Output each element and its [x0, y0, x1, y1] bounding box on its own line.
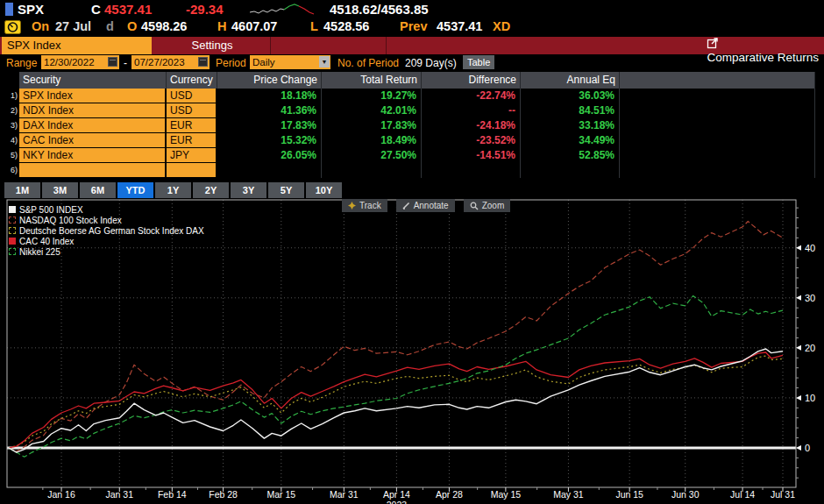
- security-cell[interactable]: SPX Index: [19, 89, 167, 103]
- security-cell[interactable]: CAC Index: [19, 133, 167, 148]
- period-select[interactable]: Daily ▼: [250, 55, 330, 69]
- chart-toolbar: Track Annotate Zoom: [342, 199, 510, 212]
- last-price: 4537.41: [104, 2, 152, 17]
- currency-cell[interactable]: EUR: [167, 133, 217, 148]
- security-cell[interactable]: NDX Index: [19, 103, 167, 118]
- row-filler: [620, 148, 815, 163]
- quote-row-1: SPX C 4537.41 -29.34 4518.62/4563.85: [0, 2, 824, 18]
- session-flag: d: [106, 19, 114, 33]
- x-tick-label: Jun 15: [615, 489, 643, 500]
- range-end-input[interactable]: 07/27/2023: [131, 55, 210, 69]
- y-tick-label: 40: [805, 243, 815, 253]
- low-label: L: [310, 19, 318, 33]
- legend-swatch: [9, 238, 16, 245]
- difference-cell: -23.52%: [422, 133, 521, 148]
- currency-cell[interactable]: JPY: [167, 148, 217, 163]
- difference-cell: [422, 163, 521, 178]
- export-icon[interactable]: [707, 37, 719, 49]
- legend-item[interactable]: CAC 40 Index: [9, 236, 204, 246]
- range-separator: -: [124, 56, 127, 70]
- banner-divider: [270, 37, 271, 54]
- currency-cell[interactable]: USD: [167, 103, 217, 118]
- intraday-sparkline: [248, 3, 316, 18]
- legend-swatch: [9, 227, 16, 234]
- function-title-area: Comparative Returns: [707, 37, 819, 67]
- annotate-button[interactable]: Annotate: [396, 199, 455, 212]
- bid-ask: 4518.62/4563.85: [330, 2, 429, 17]
- legend-item[interactable]: NASDAQ 100 Stock Index: [9, 215, 204, 225]
- period-tab-6m[interactable]: 6M: [80, 182, 116, 198]
- table-header-corner: [0, 72, 19, 89]
- x-tick-label: Mar 15: [266, 489, 295, 500]
- zoom-magnifier-icon: [470, 202, 479, 210]
- legend-label: CAC 40 Index: [19, 237, 74, 246]
- total-return-cell: 19.27%: [322, 89, 422, 103]
- y-tick-label: 20: [805, 343, 815, 353]
- y-tick-label: 30: [805, 293, 815, 303]
- x-tick-label: Mar 31: [330, 489, 359, 500]
- chart-legend: S&P 500 INDEXNASDAQ 100 Stock IndexDeuts…: [9, 204, 204, 257]
- chevron-down-icon[interactable]: ▼: [319, 56, 330, 67]
- legend-swatch: [9, 248, 16, 255]
- period-tab-3m[interactable]: 3M: [42, 182, 78, 198]
- price-change-cell: 26.05%: [217, 148, 322, 163]
- ticker-symbol: SPX: [18, 2, 44, 17]
- total-return-cell: 17.83%: [322, 118, 422, 133]
- x-tick-label: Apr 28: [436, 489, 463, 500]
- security-cell[interactable]: DAX Index: [19, 118, 167, 133]
- row-number: 1): [0, 89, 19, 103]
- total-return-cell: 27.50%: [322, 148, 422, 163]
- row-filler: [620, 118, 815, 133]
- range-label: Range: [6, 56, 37, 70]
- prev-price: 4537.41: [437, 19, 482, 33]
- period-tab-3y[interactable]: 3Y: [231, 182, 266, 198]
- period-tab-1y[interactable]: 1Y: [155, 182, 191, 198]
- legend-item[interactable]: Nikkei 225: [9, 246, 204, 257]
- settings-tab[interactable]: Settings: [154, 37, 270, 54]
- series-s-p-500-index: [9, 349, 783, 452]
- column-header: Currency: [167, 72, 217, 89]
- total-return-cell: 18.49%: [322, 133, 422, 148]
- row-number: 2): [0, 103, 19, 118]
- currency-cell[interactable]: USD: [167, 89, 217, 103]
- function-title: Comparative Returns: [707, 51, 819, 64]
- period-tab-1m[interactable]: 1M: [4, 182, 40, 198]
- security-cell[interactable]: [19, 163, 167, 178]
- period-tab-ytd[interactable]: YTD: [117, 182, 153, 198]
- period-tab-10y[interactable]: 10Y: [306, 182, 342, 198]
- period-tab-5y[interactable]: 5Y: [268, 182, 304, 198]
- session-date: 27 Jul: [55, 19, 91, 33]
- price-change-cell: 41.36%: [217, 103, 322, 118]
- x-tick-label: Feb 28: [209, 489, 238, 500]
- track-button[interactable]: Track: [342, 199, 387, 212]
- period-tab-bar: 1M3M6MYTD1Y2Y3Y5Y10Y: [4, 182, 342, 198]
- num-period-value: 209 Day(s): [405, 56, 457, 70]
- currency-cell[interactable]: [167, 163, 217, 178]
- table-view-button[interactable]: Table: [463, 55, 494, 69]
- x-tick-label: Jan 16: [47, 489, 75, 500]
- annual-eq-cell: [521, 163, 620, 178]
- range-start-value: 12/30/2022: [44, 57, 95, 67]
- calendar-icon[interactable]: [198, 57, 208, 67]
- range-start-input[interactable]: 12/30/2022: [41, 55, 119, 69]
- x-tick-label: Apr 14: [383, 489, 410, 500]
- range-end-value: 07/27/2023: [134, 57, 185, 67]
- security-cell[interactable]: NKY Index: [19, 148, 167, 163]
- legend-item[interactable]: Deutsche Boerse AG German Stock Index DA…: [9, 225, 204, 236]
- zoom-button[interactable]: Zoom: [464, 199, 511, 212]
- legend-swatch: [9, 217, 16, 224]
- period-tab-2y[interactable]: 2Y: [193, 182, 229, 198]
- quote-row-2: On 27 Jul d O 4598.26 H 4607.07 L 4528.5…: [0, 19, 824, 36]
- period-label: Period: [216, 56, 246, 70]
- currency-cell[interactable]: EUR: [167, 118, 217, 133]
- function-banner: SPX Index Settings Comparative Returns: [0, 37, 824, 54]
- difference-cell: -14.51%: [422, 148, 521, 163]
- series-cac-40-index: [9, 352, 783, 448]
- row-filler: [620, 133, 815, 148]
- calendar-icon[interactable]: [108, 57, 117, 67]
- legend-item[interactable]: S&P 500 INDEX: [9, 204, 204, 215]
- security-tab[interactable]: SPX Index: [2, 37, 152, 54]
- x-axis-year-label: 2023: [387, 500, 408, 504]
- x-tick-label: Jul 31: [771, 489, 795, 500]
- price-change-cell: 18.18%: [217, 89, 322, 103]
